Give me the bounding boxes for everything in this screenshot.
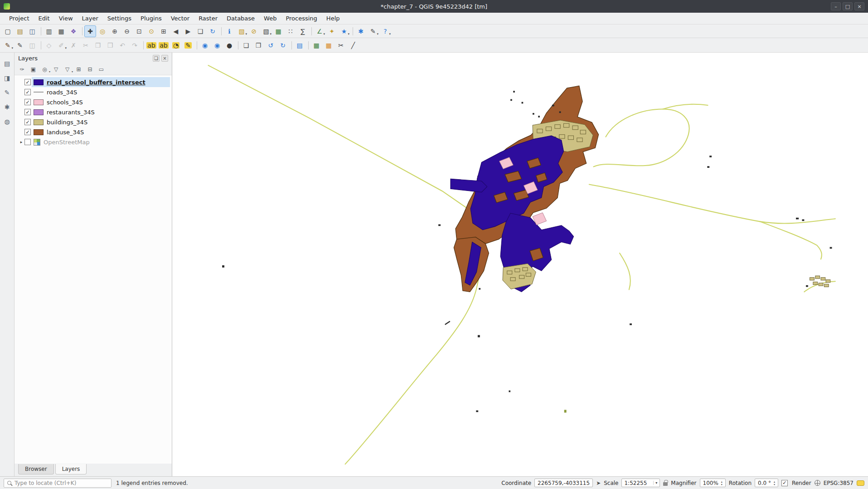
refresh-map-icon[interactable]: ↻ (207, 25, 218, 37)
menu-item[interactable]: Layer (78, 14, 103, 23)
zoom-in-icon[interactable]: ⊕ (109, 25, 121, 37)
render-checkbox[interactable] (781, 480, 788, 486)
layer-item[interactable]: schools_34S (15, 97, 172, 107)
filter-by-expression-icon[interactable]: ▽ (62, 64, 73, 74)
save-layer-edits-icon[interactable]: ◫ (26, 39, 38, 51)
clipper-plugin-icon[interactable]: ✂ (335, 39, 347, 51)
osm-place-search-icon[interactable]: ◉ (199, 39, 211, 51)
zoom-last-icon[interactable]: ◀ (170, 25, 182, 37)
azimuth-measure-icon[interactable]: ╱ (347, 39, 359, 51)
layer-visibility-checkbox[interactable] (24, 109, 31, 115)
panel-tab[interactable]: Layers (55, 464, 87, 474)
minimize-icon[interactable]: – (831, 2, 841, 10)
close-panel-icon[interactable]: × (161, 55, 168, 62)
layer-labeling-options-icon[interactable]: ab (158, 39, 170, 51)
layer-item[interactable]: restaurants_34S (15, 107, 172, 117)
field-calculator-icon[interactable]: ∷ (285, 25, 296, 37)
dock-osm-icon[interactable]: ◍ (4, 118, 10, 125)
deselect-features-icon[interactable]: ⊘ (248, 25, 260, 37)
processing-toolbox-icon[interactable]: ✱ (355, 25, 367, 37)
manage-map-themes-icon[interactable]: ◎ (39, 64, 50, 74)
new-project-icon[interactable]: ▢ (2, 25, 14, 37)
menu-item[interactable]: Database (222, 14, 259, 23)
menu-item[interactable]: View (54, 14, 78, 23)
toolbar-separator[interactable] (306, 39, 310, 51)
toolbar-separator[interactable] (39, 25, 43, 37)
pan-map-icon[interactable]: ✚ (84, 25, 96, 37)
paste-style-icon[interactable]: ❐ (252, 39, 264, 51)
copy-style-icon[interactable]: ❏ (240, 39, 252, 51)
toolbar-separator[interactable] (219, 25, 223, 37)
scale-lock-icon[interactable] (663, 482, 668, 486)
zoom-next-icon[interactable]: ▶ (182, 25, 194, 37)
zoom-full-icon[interactable]: ⊡ (133, 25, 145, 37)
crs-globe-icon[interactable] (815, 480, 820, 486)
paste-features-icon[interactable]: ❒ (104, 39, 116, 51)
collapse-all-icon[interactable]: ⊟ (85, 64, 95, 74)
undo-icon[interactable]: ↶ (116, 39, 128, 51)
layer-labeling-icon[interactable]: ab (145, 39, 157, 51)
layer-item[interactable]: buildings_34S (15, 117, 172, 127)
new-print-layout-icon[interactable]: ▥ (43, 25, 55, 37)
delete-selected-icon[interactable]: ✗ (68, 39, 79, 51)
select-by-form-icon[interactable]: ▧ (260, 25, 272, 37)
open-layer-styling-panel-icon[interactable]: ✑ (17, 64, 27, 74)
osm-settings-icon[interactable]: ● (223, 39, 235, 51)
menu-item[interactable]: Vector (166, 14, 194, 23)
layer-visibility-checkbox[interactable] (24, 99, 31, 105)
layer-item[interactable]: landuse_34S (15, 127, 172, 137)
menu-item[interactable]: Plugins (136, 14, 166, 23)
add-group-icon[interactable]: ▣ (28, 64, 39, 74)
label-pin-icon[interactable]: ✎ (182, 39, 194, 51)
menu-item[interactable]: Help (322, 14, 344, 23)
menu-item[interactable]: Project (5, 14, 34, 23)
chevron-down-icon[interactable]: ▾ (653, 481, 657, 485)
zoom-to-layer-icon[interactable]: ⊞ (158, 25, 170, 37)
dock-layer-styling-icon[interactable]: ◨ (4, 74, 10, 82)
layer-visibility-checkbox[interactable] (24, 89, 31, 95)
redo-icon[interactable]: ↷ (129, 39, 141, 51)
layer-item[interactable]: ▸ OpenStreetMap (15, 137, 172, 147)
osm-reverse-search-icon[interactable]: ◉ (211, 39, 223, 51)
style-manager-icon[interactable]: ❖ (68, 25, 79, 37)
toolbar-separator[interactable] (289, 39, 293, 51)
spinner-arrows-icon[interactable] (721, 480, 723, 486)
measure-icon[interactable]: ∠ (314, 25, 325, 37)
undo-style-icon[interactable]: ↺ (265, 39, 276, 51)
toolbar-separator[interactable] (39, 39, 43, 51)
redo-style-icon[interactable]: ↻ (277, 39, 289, 51)
panel-tab[interactable]: Browser (18, 464, 54, 474)
close-icon[interactable]: × (854, 2, 864, 10)
toggle-editing-icon[interactable]: ✎ (14, 39, 26, 51)
menu-item[interactable]: Edit (34, 14, 54, 23)
dock-browser-icon[interactable]: ▤ (4, 60, 10, 67)
rotation-input[interactable]: 0.0 ° (755, 479, 778, 487)
expand-all-icon[interactable]: ⊞ (73, 64, 84, 74)
menu-item[interactable]: Web (259, 14, 281, 23)
layer-visibility-checkbox[interactable] (24, 119, 31, 125)
pan-to-selection-icon[interactable]: ◎ (97, 25, 108, 37)
add-feature-icon[interactable]: ◇ (43, 39, 55, 51)
zoom-out-icon[interactable]: ⊖ (121, 25, 133, 37)
layer-item[interactable]: roads_34S (15, 87, 172, 97)
map-canvas[interactable] (172, 53, 868, 476)
open-attribute-table-icon[interactable]: ▦ (272, 25, 284, 37)
filter-legend-icon[interactable]: ▽ (51, 64, 61, 74)
toolbar-separator[interactable] (141, 39, 145, 51)
vertex-tool-icon[interactable]: ✐ (55, 39, 67, 51)
map-tips-icon[interactable]: ✦ (326, 25, 338, 37)
save-project-icon[interactable]: ◫ (26, 25, 38, 37)
toolbar-separator[interactable] (350, 25, 354, 37)
magnifier-input[interactable]: 100% (700, 479, 726, 487)
identify-features-icon[interactable]: ℹ (223, 25, 235, 37)
zoom-to-selection-icon[interactable]: ⊙ (145, 25, 157, 37)
grid-plugin-icon[interactable]: ▦ (323, 39, 335, 51)
layer-visibility-checkbox[interactable] (24, 129, 31, 135)
current-edits-icon[interactable]: ✎ (2, 39, 14, 51)
maximize-icon[interactable]: □ (843, 2, 853, 10)
layout-manager-icon[interactable]: ▦ (55, 25, 67, 37)
float-panel-icon[interactable]: ❏ (153, 55, 160, 62)
data-source-manager-icon[interactable]: ▤ (294, 39, 305, 51)
new-map-view-icon[interactable]: ❏ (194, 25, 206, 37)
coordinate-input[interactable]: 2265759,-4033115 (534, 479, 593, 487)
